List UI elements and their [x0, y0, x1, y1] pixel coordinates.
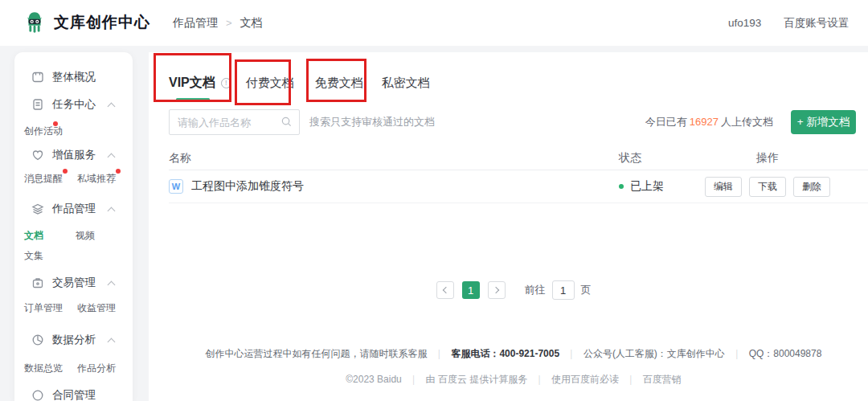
sidebar-subitem-documents[interactable]: 文档	[24, 229, 61, 243]
status-text: 已上架	[630, 179, 664, 194]
chevron-up-icon[interactable]	[108, 280, 116, 288]
sidebar-item-works-management[interactable]: 作品管理	[31, 200, 125, 218]
sidebar-subitem-private-recommend[interactable]: 私域推荐	[77, 172, 116, 186]
toolbar: 搜索只支持审核通过的文档 今日已有16927人上传文档 + 新增文档	[169, 109, 858, 135]
service-phone: 客服电话：400-921-7005	[451, 348, 559, 359]
chevron-up-icon[interactable]	[108, 207, 116, 215]
footer-support-line: 创作中心运营过程中如有任何问题，请随时联系客服｜客服电话：400-921-700…	[169, 347, 858, 361]
table-header-row: 名称 状态 操作	[169, 147, 868, 170]
sidebar-subitem-collections[interactable]: 文集	[24, 249, 63, 263]
top-header: 文库创作中心 作品管理 > 文档 ufo193 百度账号设置 退出	[0, 0, 868, 46]
sidebar-item-label: 合同管理	[52, 388, 96, 401]
task-icon	[31, 98, 44, 112]
sidebar-subrow: 创作活动	[24, 124, 133, 138]
status-dot	[619, 184, 624, 189]
upload-count: 16927	[690, 116, 719, 128]
contract-icon	[31, 389, 44, 401]
baidu-notice-link[interactable]: 使用百度前必读	[551, 374, 619, 385]
footer-copyright-line: ©2023 Baidu｜由 百度云 提供计算服务｜使用百度前必读｜百度营销	[169, 373, 858, 387]
sidebar-subrow: 订单管理 收益管理	[24, 301, 133, 315]
header-user-area: ufo193 百度账号设置 退出	[728, 0, 868, 46]
layers-icon	[31, 203, 44, 216]
sidebar-item-task-center[interactable]: 任务中心	[31, 96, 125, 113]
notification-dot	[53, 121, 58, 126]
documents-table: 名称 状态 操作 W 工程图中添加锥度符号 已上架 编辑 下载 删除	[169, 147, 868, 203]
briefcase-icon	[31, 276, 44, 290]
brand-name: 文库创作中心	[54, 12, 150, 33]
sidebar-subrow: 文集	[24, 248, 133, 263]
column-header-status: 状态	[619, 151, 703, 166]
chevron-left-icon	[442, 287, 448, 293]
sidebar: 整体概况 任务中心 创作活动 增值服务 消息提醒 私域	[14, 52, 133, 401]
page-root: 文库创作中心 作品管理 > 文档 ufo193 百度账号设置 退出 整体概况 任…	[0, 0, 868, 401]
search-icon[interactable]	[280, 116, 293, 128]
search-hint: 搜索只支持审核通过的文档	[309, 115, 435, 129]
wechat-account: 公众号(人工客服)：文库创作中心	[583, 348, 725, 359]
edit-button[interactable]: 编辑	[705, 177, 742, 197]
breadcrumb-current: 文档	[240, 16, 263, 31]
sidebar-item-data-analysis[interactable]: 数据分析	[31, 331, 125, 349]
cloud-provider: 由 百度云 提供计算服务	[426, 374, 528, 385]
sidebar-subrow: 文档 视频	[24, 228, 133, 243]
sidebar-item-label: 整体概况	[52, 70, 96, 84]
chevron-up-icon[interactable]	[108, 153, 116, 161]
copyright: ©2023 Baidu	[346, 374, 402, 385]
sidebar-item-contract-management[interactable]: 合同管理	[31, 387, 125, 401]
table-row: W 工程图中添加锥度符号 已上架 编辑 下载 删除	[169, 170, 868, 203]
document-title: 工程图中添加锥度符号	[191, 179, 304, 194]
upload-stats: 今日已有16927人上传文档	[645, 115, 773, 129]
overview-icon	[31, 71, 44, 84]
breadcrumb-section[interactable]: 作品管理	[173, 16, 218, 31]
sidebar-subitem-data-overview[interactable]: 数据总览	[24, 362, 63, 375]
column-header-actions: 操作	[703, 151, 832, 166]
sidebar-subitem-creation-activity[interactable]: 创作活动	[24, 125, 63, 138]
sidebar-subitem-videos[interactable]: 视频	[76, 229, 114, 243]
pie-chart-icon	[31, 333, 44, 347]
breadcrumb-separator: >	[226, 17, 232, 29]
sidebar-subitem-orders[interactable]: 订单管理	[24, 301, 63, 315]
annotation-box-vip-docs	[154, 53, 231, 102]
squid-logo-icon	[23, 10, 47, 35]
chevron-up-icon[interactable]	[108, 102, 116, 110]
baidu-marketing-link[interactable]: 百度营销	[643, 374, 682, 385]
notification-dot	[116, 169, 121, 174]
sidebar-subrow: 数据总览 作品分析	[24, 361, 133, 375]
download-button[interactable]: 下载	[749, 177, 786, 197]
annotation-box-paid-docs	[235, 59, 291, 105]
account-settings-link[interactable]: 百度账号设置	[784, 16, 849, 31]
sidebar-subitem-works-analysis[interactable]: 作品分析	[77, 362, 116, 375]
column-header-name: 名称	[169, 151, 619, 166]
sidebar-item-label: 任务中心	[52, 97, 96, 112]
qq-account: QQ：800049878	[749, 348, 822, 359]
sidebar-subrow: 消息提醒 私域推荐	[24, 171, 133, 186]
sidebar-item-label: 增值服务	[52, 148, 96, 162]
notification-dot	[63, 169, 68, 174]
sidebar-item-label: 交易管理	[52, 276, 96, 290]
add-document-button[interactable]: + 新增文档	[791, 110, 856, 134]
sidebar-item-trade-management[interactable]: 交易管理	[31, 274, 125, 292]
word-doc-icon: W	[169, 179, 183, 194]
sidebar-item-label: 作品管理	[52, 202, 96, 216]
sidebar-item-value-services[interactable]: 增值服务	[31, 146, 125, 164]
tab-private-docs[interactable]: 私密文档	[382, 76, 430, 91]
chevron-up-icon[interactable]	[108, 338, 116, 346]
footer: 创作中心运营过程中如有任何问题，请随时联系客服｜客服电话：400-921-700…	[169, 295, 858, 387]
sidebar-subitem-message-reminder[interactable]: 消息提醒	[24, 172, 63, 186]
username[interactable]: ufo193	[728, 17, 761, 29]
annotation-box-free-docs	[306, 59, 366, 102]
search-box	[169, 109, 300, 135]
sidebar-item-overview[interactable]: 整体概况	[31, 68, 125, 86]
chevron-right-icon	[492, 287, 498, 293]
brand-logo[interactable]: 文库创作中心	[23, 10, 150, 35]
delete-button[interactable]: 删除	[793, 177, 830, 197]
heart-icon	[31, 149, 44, 162]
sidebar-item-label: 数据分析	[52, 333, 96, 347]
sidebar-subitem-earnings[interactable]: 收益管理	[77, 301, 116, 315]
breadcrumb: 作品管理 > 文档	[173, 0, 263, 46]
